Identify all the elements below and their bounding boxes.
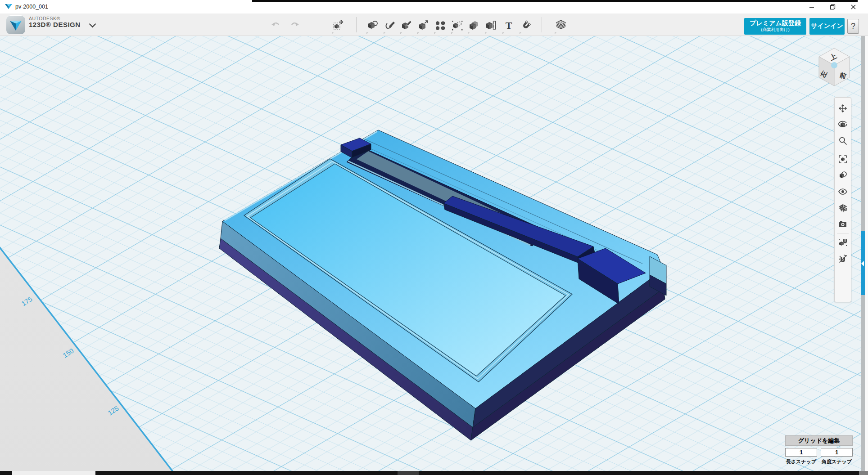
- orbit-icon: [838, 120, 848, 130]
- fit-view-icon: [838, 154, 848, 164]
- tool-snap[interactable]: [519, 18, 533, 33]
- magnet-icon: [517, 17, 534, 34]
- toolbar-separator: [542, 17, 542, 32]
- bottom-bar-segment-right: [859, 471, 868, 475]
- zoom-icon: [838, 136, 848, 146]
- grid-settings-panel: グリッドを編集 長さスナップ 角度スナップ: [785, 435, 853, 465]
- close-icon: [850, 4, 856, 10]
- angle-snap-input[interactable]: [821, 448, 853, 457]
- sketch-icon: [384, 19, 396, 32]
- camera-icon: [838, 219, 848, 229]
- snap-off-icon: [838, 254, 848, 264]
- redo-button[interactable]: [288, 18, 302, 33]
- tool-text[interactable]: T: [502, 18, 516, 33]
- nav-fit-button[interactable]: [836, 151, 850, 167]
- length-snap-label: 長さスナップ: [785, 458, 817, 465]
- restore-button[interactable]: [825, 2, 840, 12]
- nav-orbit-button[interactable]: [836, 117, 850, 133]
- bottom-bar: [0, 471, 868, 475]
- navrail-separator: [837, 233, 849, 233]
- premium-register-button[interactable]: プレミアム版登録 (商業利用向け): [744, 18, 806, 35]
- pan-icon: [838, 103, 848, 113]
- restore-icon: [830, 4, 836, 10]
- document-title: pv-2000_001: [15, 4, 48, 10]
- minimize-button[interactable]: [804, 2, 819, 12]
- tool-transform-move[interactable]: [331, 18, 345, 33]
- app-menu-chevron-icon[interactable]: [89, 21, 96, 28]
- main-toolbar: AUTODESK® 123D® DESIGN: [0, 13, 868, 36]
- nav-snap-button[interactable]: [836, 234, 850, 251]
- close-button[interactable]: [845, 2, 861, 12]
- tool-modify[interactable]: [416, 18, 431, 33]
- group-icon: [451, 19, 464, 32]
- tool-measure[interactable]: [484, 18, 498, 33]
- premium-register-label: プレミアム版登録: [744, 19, 806, 27]
- text-icon: T: [502, 19, 515, 32]
- view-cube-corner-dot[interactable]: [831, 62, 837, 68]
- material-layers-icon: [554, 19, 568, 32]
- combine-icon: [468, 19, 480, 32]
- transform-move-icon: [332, 19, 344, 32]
- snap-magnet-icon: [838, 238, 848, 247]
- brand-line2: 123D® DESIGN: [29, 21, 81, 28]
- nav-visibility-button[interactable]: [836, 184, 850, 200]
- minimize-icon: [809, 4, 814, 9]
- sign-in-button[interactable]: サインイン: [809, 18, 845, 35]
- shaded-view-icon: [838, 170, 848, 180]
- length-snap-input[interactable]: [785, 448, 817, 457]
- title-bar: pv-2000_001: [0, 0, 868, 13]
- modify-icon: [417, 19, 430, 32]
- eye-icon: [838, 187, 848, 197]
- right-edge-margin: [865, 36, 868, 471]
- tool-sketch[interactable]: [383, 18, 397, 33]
- nav-pan-button[interactable]: [836, 100, 850, 117]
- primitives-icon: [366, 19, 379, 32]
- app-menu-button[interactable]: [6, 15, 25, 34]
- undo-icon: [270, 20, 281, 31]
- edit-grid-button[interactable]: グリッドを編集: [785, 435, 853, 446]
- brand-text: AUTODESK® 123D® DESIGN: [29, 16, 81, 28]
- toolbar-separator: [356, 17, 357, 32]
- navigation-rail: [834, 97, 851, 302]
- nav-zoom-button[interactable]: [836, 133, 850, 149]
- window-top-strip: [252, 0, 858, 2]
- viewport-canvas: 200 175 150 125: [0, 36, 868, 471]
- angle-snap-label: 角度スナップ: [821, 458, 853, 465]
- undo-button[interactable]: [268, 18, 283, 33]
- grid-visibility-icon: [838, 203, 848, 213]
- tool-group[interactable]: [450, 18, 465, 33]
- toolbar-separator: [314, 17, 314, 32]
- bottom-bar-segment-gray: [398, 471, 419, 475]
- bottom-bar-segment-light: [12, 471, 95, 475]
- navrail-separator: [837, 150, 849, 150]
- viewport-3d[interactable]: 200 175 150 125: [0, 36, 868, 471]
- help-button[interactable]: ?: [847, 19, 859, 34]
- pattern-icon: [434, 19, 447, 32]
- app-taskbar-icon: [5, 3, 13, 10]
- construct-icon: [400, 19, 413, 32]
- tool-material[interactable]: [554, 18, 568, 33]
- nav-grid-visibility-button[interactable]: [836, 200, 850, 216]
- nav-snap-off-button[interactable]: [836, 251, 850, 267]
- tool-combine[interactable]: [467, 18, 481, 33]
- redo-icon: [289, 20, 301, 31]
- nav-shaded-view-button[interactable]: [836, 167, 850, 184]
- app-logo-icon: [6, 15, 25, 34]
- svg-text:T: T: [506, 20, 512, 31]
- measure-icon: [485, 19, 497, 32]
- tool-construct[interactable]: [399, 18, 414, 33]
- premium-register-sublabel: (商業利用向け): [744, 27, 806, 32]
- nav-screenshot-button[interactable]: [836, 216, 850, 232]
- tool-primitives[interactable]: [366, 18, 380, 33]
- tool-pattern[interactable]: [433, 18, 448, 33]
